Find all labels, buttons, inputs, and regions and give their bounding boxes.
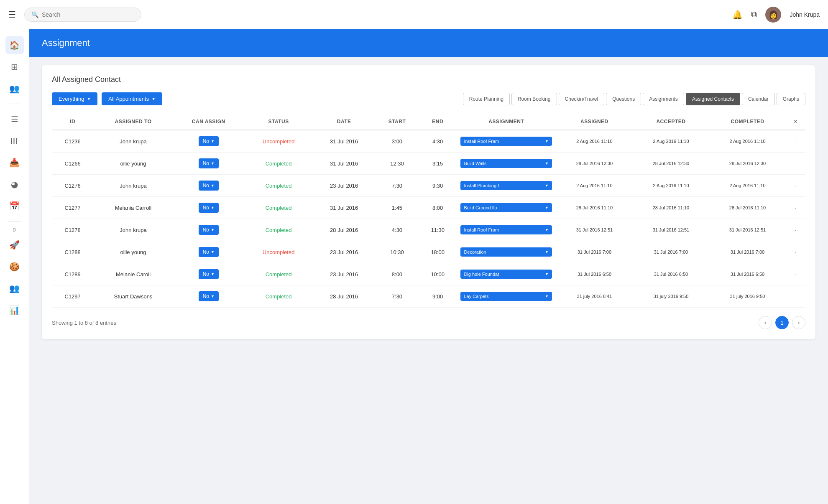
page-1-button[interactable]: 1: [775, 316, 789, 329]
cell-date: 23 Jul 2016: [313, 175, 375, 197]
cell-start: 12:30: [375, 153, 419, 175]
sidebar-item-inbox[interactable]: 📥: [5, 153, 24, 172]
tab-graphs[interactable]: Graphs: [777, 93, 805, 105]
table-row: C1236 John krupa No ▼ Uncompleted 31 Jul…: [52, 130, 805, 153]
prev-page-button[interactable]: ‹: [759, 316, 772, 329]
assignment-badge[interactable]: Lay Carpets ▼: [460, 292, 552, 301]
search-input[interactable]: [42, 11, 134, 18]
cell-assigned-to: ollie young: [93, 241, 173, 263]
menu-icon[interactable]: ☰: [8, 10, 16, 20]
cell-assigned-dt: 31 Jul 2016 6:50: [556, 263, 633, 285]
assignment-badge[interactable]: Install Plumbing I ▼: [460, 181, 552, 190]
can-assign-button[interactable]: No ▼: [199, 136, 219, 146]
sidebar-item-cookie[interactable]: 🍪: [5, 257, 24, 276]
assignment-label: Install Roof Fram: [464, 139, 499, 144]
list-icon: ☰: [11, 114, 18, 124]
cell-assigned-dt: 2 Aug 2016 11:10: [556, 175, 633, 197]
sidebar-item-users[interactable]: 👥: [5, 279, 24, 298]
can-assign-button[interactable]: No ▼: [199, 291, 219, 301]
contacts-icon: 👥: [9, 84, 20, 94]
clone-icon[interactable]: ⧉: [751, 10, 757, 19]
pie-icon: ◕: [11, 179, 18, 189]
tab-route-planning[interactable]: Route Planning: [463, 93, 510, 105]
cookie-icon: 🍪: [9, 262, 20, 272]
cell-start: 8:00: [375, 263, 419, 285]
cell-assigned-to: John krupa: [93, 219, 173, 241]
next-page-button[interactable]: ›: [792, 316, 805, 329]
cell-delete: -: [786, 197, 805, 219]
tab-calendar[interactable]: Calendar: [742, 93, 775, 105]
everything-filter[interactable]: Everything ▼: [52, 92, 97, 105]
tab-assignments[interactable]: Assignments: [643, 93, 684, 105]
assignment-label: Decoration: [464, 249, 486, 255]
sidebar-item-calendar[interactable]: 📅: [5, 197, 24, 215]
sidebar-item-bars[interactable]: |||: [5, 132, 24, 150]
col-assigned: ASSIGNED: [556, 114, 633, 130]
cell-date: 31 Jul 2016: [313, 130, 375, 153]
assignment-caret: ▼: [545, 250, 549, 254]
sidebar-item-dashboard[interactable]: ⊞: [5, 58, 24, 76]
sidebar-item-rocket[interactable]: 🚀: [5, 236, 24, 254]
search-bar: 🔍: [24, 8, 141, 22]
cell-id: C1288: [52, 241, 93, 263]
sidebar-item-contacts[interactable]: 👥: [5, 79, 24, 98]
cell-id: C1236: [52, 130, 93, 153]
tab-assigned-contacts[interactable]: Assigned Contacts: [686, 93, 740, 105]
can-assign-button[interactable]: No ▼: [199, 247, 219, 257]
notification-icon[interactable]: 🔔: [732, 10, 743, 20]
assignment-badge[interactable]: Build Walls ▼: [460, 159, 552, 168]
cell-id: C1289: [52, 263, 93, 285]
col-start: START: [375, 114, 419, 130]
table-row: C1278 John krupa No ▼ Completed 28 Jul 2…: [52, 219, 805, 241]
tab-buttons: Route Planning Room Booking Checkin/Trav…: [463, 93, 805, 105]
cell-accepted-dt: 28 Jul 2016 12:30: [633, 153, 709, 175]
assignment-label: Build Ground flo: [464, 205, 497, 210]
assignment-badge[interactable]: Decoration ▼: [460, 247, 552, 257]
sidebar-item-list[interactable]: ☰: [5, 110, 24, 128]
assignments-table: ID ASSIGNED TO CAN ASSIGN STATUS DATE ST…: [52, 114, 805, 308]
cell-assignment: Install Roof Fram ▼: [456, 219, 556, 241]
can-assign-button[interactable]: No ▼: [199, 203, 219, 213]
cell-can-assign: No ▼: [173, 219, 244, 241]
sidebar-item-home[interactable]: 🏠: [5, 36, 24, 54]
cell-delete: -: [786, 241, 805, 263]
assignment-badge[interactable]: Install Roof Fram ▼: [460, 225, 552, 234]
card-title: All Assigned Contact: [52, 75, 805, 84]
all-appointments-filter[interactable]: All Appointments ▼: [102, 92, 162, 105]
assignment-label: Build Walls: [464, 161, 486, 166]
cell-assigned-dt: 2 Aug 2016 11:10: [556, 130, 633, 153]
sidebar-section-d: D: [13, 227, 16, 232]
assignment-badge[interactable]: Install Roof Fram ▼: [460, 137, 552, 146]
cell-start: 4:30: [375, 219, 419, 241]
inbox-icon: 📥: [9, 158, 20, 168]
can-assign-caret: ▼: [211, 272, 215, 276]
cell-id: C1266: [52, 153, 93, 175]
cell-start: 3:00: [375, 130, 419, 153]
sidebar-item-chart[interactable]: 📊: [5, 301, 24, 319]
cell-delete: -: [786, 263, 805, 285]
col-id: ID: [52, 114, 93, 130]
cell-assigned-to: ollie young: [93, 153, 173, 175]
can-assign-button[interactable]: No ▼: [199, 269, 219, 279]
tab-room-booking[interactable]: Room Booking: [511, 93, 557, 105]
can-assign-caret: ▼: [211, 139, 215, 143]
cell-assigned-dt: 28 Jul 2016 11:10: [556, 197, 633, 219]
sidebar-item-pie[interactable]: ◕: [5, 175, 24, 193]
assignment-badge[interactable]: Dig hole Foundat ▼: [460, 270, 552, 279]
content-area: All Assigned Contact Everything ▼ All Ap…: [29, 57, 828, 348]
cell-assigned-to: Melania Carroll: [93, 197, 173, 219]
can-assign-button[interactable]: No ▼: [199, 225, 219, 235]
cell-accepted-dt: 31 Jul 2016 6:50: [633, 263, 709, 285]
can-assign-button[interactable]: No ▼: [199, 158, 219, 168]
tab-checkin-travel[interactable]: Checkin/Travel: [559, 93, 605, 105]
table-row: C1297 Stuart Dawsons No ▼ Completed 28 J…: [52, 285, 805, 308]
cell-date: 28 Jul 2016: [313, 219, 375, 241]
col-delete: ×: [786, 114, 805, 130]
assignment-badge[interactable]: Build Ground flo ▼: [460, 203, 552, 212]
can-assign-button[interactable]: No ▼: [199, 181, 219, 191]
assignment-label: Lay Carpets: [464, 294, 488, 299]
cell-completed-dt: 31 Jul 2016 12:51: [709, 219, 786, 241]
cell-can-assign: No ▼: [173, 263, 244, 285]
tab-questions[interactable]: Questions: [606, 93, 641, 105]
cell-end: 10:00: [419, 263, 457, 285]
